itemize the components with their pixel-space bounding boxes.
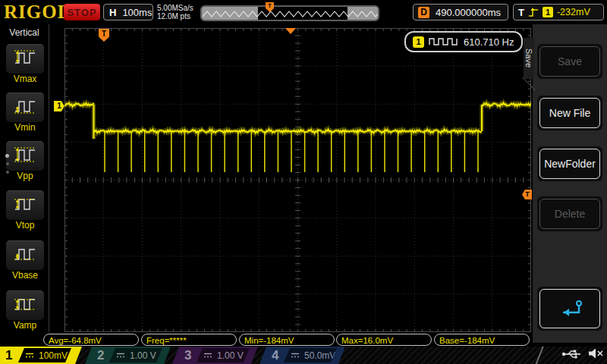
vmin-label: Vmin [0, 122, 50, 133]
channel-3-scale: 1.00 V [217, 350, 244, 361]
channel-3-number: 3 [184, 347, 191, 364]
channel-1-tab[interactable]: 1 100mV [0, 347, 82, 364]
return-arrow-icon [554, 298, 586, 319]
oscilloscope-screen: RIGOL STOP H 100ms 5.00MSa/s 12.0M pts T… [0, 0, 607, 364]
header-bar: RIGOL STOP H 100ms 5.00MSa/s 12.0M pts T… [0, 0, 607, 24]
delete-button-tile: Delete [537, 196, 602, 231]
vmax-button[interactable] [6, 44, 44, 74]
usb-icon [561, 348, 581, 359]
vamp-icon [12, 295, 38, 316]
waveform-overview-bar[interactable]: T [200, 5, 379, 21]
left-menu-title: Vertical [0, 27, 49, 38]
back-button[interactable] [539, 289, 600, 328]
rigol-logo: RIGOL [4, 2, 71, 23]
channel-2-scale: 1.00 V [130, 350, 156, 361]
coupling-dc-icon [203, 352, 212, 359]
trigger-label: T [518, 7, 524, 18]
horizontal-timebase-box: H 100ms [103, 4, 153, 20]
overview-waveform [202, 7, 378, 20]
back-button-tile [537, 287, 602, 331]
channel-4-tab[interactable]: 4 50.0mV [259, 347, 345, 364]
square-wave-icon [429, 37, 459, 46]
right-menu-tab: Save [524, 38, 534, 79]
vmin-button[interactable] [6, 93, 44, 122]
channel-status-bar: 1 100mV 2 1.00 V 3 1 [0, 347, 607, 364]
measurement-base: Base=-184mV [434, 334, 530, 346]
channel-3-inset: 1.00 V [197, 348, 250, 362]
horizontal-label: H [109, 7, 116, 18]
delete-button[interactable]: Delete [539, 199, 600, 229]
sample-rate: 5.00MSa/s [157, 4, 193, 12]
delay-label: D [418, 7, 429, 18]
channel-4-inset: 50.0mV [284, 348, 337, 362]
menu-page-dot [5, 154, 9, 158]
channel-2-tab[interactable]: 2 1.00 V [85, 347, 171, 364]
channel-2-number: 2 [97, 347, 104, 364]
memory-depth: 12.0M pts [157, 12, 193, 20]
vbase-button[interactable] [6, 240, 44, 270]
measurement-avg: Avg=-64.8mV [43, 334, 139, 346]
vmax-label: Vmax [0, 74, 50, 84]
save-button-tile: Save [537, 44, 602, 79]
vmin-icon [12, 97, 38, 118]
ch1-waveform [64, 28, 531, 332]
coupling-dc-icon [291, 352, 300, 359]
new-folder-button[interactable]: NewFolder [539, 149, 600, 179]
trigger-box: T 1 -232mV [513, 4, 604, 20]
delay-value: 490.000000ms [436, 7, 501, 18]
measurement-min: Min=-184mV [239, 334, 335, 346]
freq-channel-badge: 1 [413, 36, 424, 48]
channel-4-scale: 50.0mV [304, 350, 335, 361]
channel-4-number: 4 [272, 347, 278, 364]
coupling-dc-icon [25, 352, 34, 359]
display-area [64, 28, 531, 332]
freq-value: 610.710 Hz [464, 36, 514, 48]
vtop-label: Vtop [0, 220, 50, 231]
measurement-freq: Freq=***** [141, 334, 237, 346]
channel-2-inset: 1.00 V [109, 348, 162, 362]
frequency-readout: 1 610.710 Hz [404, 31, 523, 52]
measurement-max: Max=16.0mV [336, 334, 432, 346]
vtop-icon [12, 195, 38, 216]
vamp-label: Vamp [0, 320, 50, 331]
channel-1-number: 1 [5, 347, 12, 364]
vmax-icon [12, 49, 38, 70]
new-folder-button-tile: NewFolder [537, 146, 602, 181]
vamp-button[interactable] [6, 290, 44, 320]
channel-1-scale: 100mV [39, 350, 68, 361]
channel-1-inset: 100mV [18, 348, 71, 362]
vpp-button[interactable] [6, 141, 44, 171]
new-file-button-tile: New File [537, 96, 602, 130]
horizontal-center-marker-icon [285, 28, 296, 34]
acquisition-info: 5.00MSa/s 12.0M pts [157, 4, 193, 20]
vbase-label: Vbase [0, 270, 50, 281]
run-state-button[interactable]: STOP [64, 4, 100, 20]
save-button[interactable]: Save [539, 46, 600, 77]
vtop-button[interactable] [6, 190, 44, 220]
channel-3-tab[interactable]: 3 1.00 V [172, 347, 258, 364]
vbase-icon [12, 245, 38, 266]
trigger-level-value: -232mV [557, 7, 590, 17]
menu-page-dot [6, 171, 9, 174]
speaker-muted-icon [587, 347, 604, 359]
coupling-dc-icon [116, 352, 125, 359]
trigger-source-badge: 1 [543, 7, 553, 17]
rising-edge-icon [528, 7, 539, 17]
new-file-button[interactable]: New File [539, 98, 600, 128]
ch1-position-marker-icon[interactable]: 1 [54, 101, 64, 111]
status-icon-area [561, 347, 604, 359]
timebase-value: 100ms [122, 7, 152, 18]
menu-page-dot [6, 162, 9, 165]
delay-box: D 490.000000ms [413, 4, 508, 20]
vpp-icon [12, 146, 38, 167]
